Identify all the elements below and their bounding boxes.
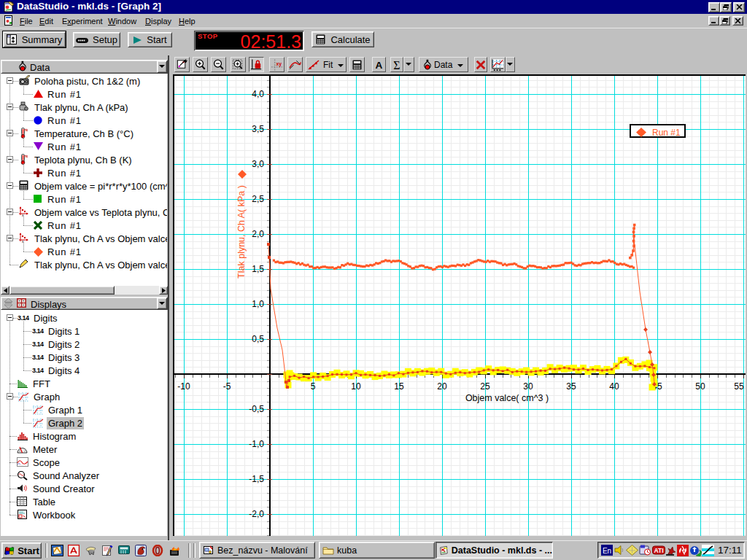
svg-text:3,5: 3,5 [252, 124, 264, 134]
svg-text:-1,0: -1,0 [249, 439, 264, 449]
svg-text:2,5: 2,5 [252, 194, 264, 204]
svg-text:3.14: 3.14 [32, 367, 44, 373]
svg-text:rtd: rtd [24, 128, 28, 132]
svg-text:3.14: 3.14 [32, 327, 44, 334]
svg-text:0,5: 0,5 [252, 334, 264, 344]
svg-text:15: 15 [394, 381, 404, 392]
svg-text:xy: xy [276, 61, 282, 66]
svg-text:1,5: 1,5 [252, 264, 264, 274]
svg-text:40: 40 [609, 381, 619, 392]
svg-text:3.14: 3.14 [32, 354, 44, 360]
svg-text:35: 35 [566, 381, 576, 392]
svg-text:30: 30 [523, 381, 533, 392]
svg-text:-0,5: -0,5 [249, 404, 264, 414]
svg-text:3.14: 3.14 [18, 314, 29, 321]
svg-text:Σ: Σ [393, 59, 400, 71]
svg-text:3.14: 3.14 [32, 341, 44, 347]
svg-text:Tlak plynu, Ch A( kPa ): Tlak plynu, Ch A( kPa ) [236, 185, 247, 279]
svg-text:-2,0: -2,0 [249, 509, 264, 519]
svg-text:25: 25 [480, 381, 490, 392]
svg-text:4,0: 4,0 [252, 89, 264, 99]
svg-text:1,0: 1,0 [252, 299, 264, 309]
svg-text:Run #1: Run #1 [652, 128, 681, 138]
svg-text:20: 20 [437, 381, 447, 392]
svg-text:Objem valce( cm^3 ): Objem valce( cm^3 ) [465, 393, 549, 403]
svg-text:5: 5 [311, 381, 316, 392]
svg-text:-10: -10 [177, 381, 190, 392]
svg-text:50: 50 [695, 381, 705, 392]
svg-text:En: En [603, 547, 611, 555]
svg-text:ATI: ATI [654, 547, 663, 554]
svg-text:3,0: 3,0 [252, 159, 264, 169]
svg-text:2,0: 2,0 [252, 229, 264, 239]
svg-text:55: 55 [734, 381, 744, 392]
svg-text:-1,5: -1,5 [249, 474, 264, 484]
svg-text:10: 10 [351, 381, 361, 392]
svg-text:-5: -5 [223, 381, 231, 392]
svg-text:A: A [376, 60, 383, 71]
svg-text:rtd: rtd [24, 154, 28, 158]
